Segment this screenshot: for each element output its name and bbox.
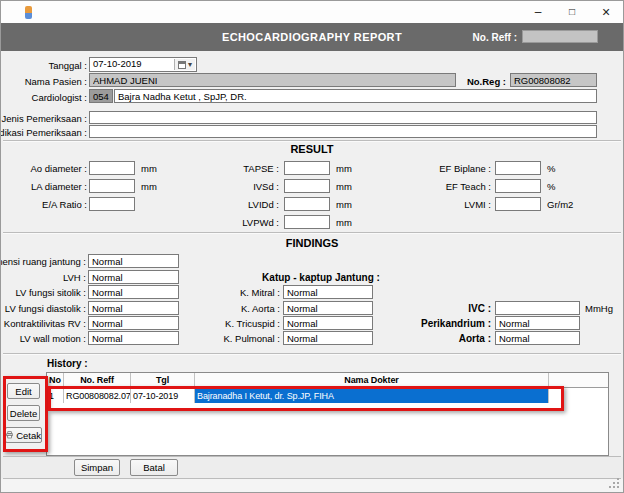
ef-biplane-unit: %: [547, 163, 555, 174]
k-aorta-label: K. Aorta :: [161, 303, 280, 314]
printer-icon: [6, 430, 13, 440]
no-reff-label: No. Reff :: [439, 32, 517, 43]
column-header-filler: [549, 373, 608, 387]
calendar-dropdown-button[interactable]: ▾: [174, 59, 195, 70]
cell-filler: [549, 388, 608, 403]
ivc-input[interactable]: [495, 301, 580, 315]
tanggal-value: 07-10-2019: [93, 58, 142, 69]
lvh-label: LVH :: [0, 272, 86, 283]
jenis-pemeriksaan-label: Jenis Pemeriksaan :: [0, 113, 87, 124]
indikasi-pemeriksaan-field[interactable]: [89, 125, 597, 138]
ivc-label: IVC :: [361, 303, 491, 314]
ea-ratio-input[interactable]: [89, 197, 135, 211]
ao-diameter-label: Ao diameter :: [0, 163, 87, 174]
k-tricuspid-input[interactable]: [283, 316, 373, 330]
ea-ratio-label: E/A Ratio :: [0, 199, 87, 210]
cell-no-reff[interactable]: RG00808082.0710...: [64, 388, 131, 403]
aorta-input[interactable]: [495, 331, 580, 345]
batal-button[interactable]: Batal: [130, 459, 178, 476]
cell-no[interactable]: 1: [47, 388, 64, 403]
cell-nama-dokter[interactable]: Bajranadha I Ketut, dr. Sp.JP, FIHA: [195, 388, 549, 403]
simpan-button[interactable]: Simpan: [74, 459, 120, 476]
tanggal-field[interactable]: 07-10-2019 ▾: [89, 57, 197, 72]
lvh-input[interactable]: [88, 270, 179, 284]
ivsd-unit: mm: [336, 181, 352, 192]
chevron-down-icon: ▾: [188, 60, 192, 69]
ef-teach-label: EF Teach :: [361, 181, 491, 192]
tapse-input[interactable]: [284, 161, 330, 175]
tanggal-label: Tanggal :: [0, 60, 87, 71]
nama-pasien-field: [89, 73, 456, 87]
app-window: – □ × ECHOCARDIOGRAPHY REPORT No. Reff :…: [0, 0, 624, 493]
k-pulmonal-input[interactable]: [283, 331, 373, 345]
jenis-pemeriksaan-field[interactable]: [89, 111, 597, 124]
lvidd-label: LVIDd :: [161, 199, 279, 210]
lv-fungsi-diastolik-label: LV fungsi diastolik :: [0, 303, 86, 314]
resize-grip[interactable]: [617, 486, 619, 488]
ao-diameter-unit: mm: [141, 163, 157, 174]
cetak-button[interactable]: Cetak: [5, 427, 42, 443]
aorta-label: Aorta :: [361, 333, 491, 344]
divider: [3, 353, 621, 354]
column-header-nama-dokter[interactable]: Nama Dokter: [195, 373, 549, 387]
cardiologist-name-field[interactable]: [114, 89, 597, 103]
column-header-no[interactable]: No: [47, 373, 64, 387]
cetak-button-label: Cetak: [16, 430, 41, 441]
katup-jantung-title: Katup - kaptup Jantung :: [231, 272, 411, 283]
cardiologist-code-field[interactable]: [89, 89, 113, 103]
history-table: No No. Reff Tgl Nama Dokter 1 RG00808082…: [46, 372, 609, 456]
calendar-icon: [178, 61, 186, 69]
column-header-tgl[interactable]: Tgl: [131, 373, 195, 387]
app-icon[interactable]: [25, 6, 32, 19]
lv-fungsi-sitolik-label: LV fungsi sitolik :: [0, 287, 86, 298]
table-header-row: No No. Reff Tgl Nama Dokter: [47, 373, 608, 388]
la-diameter-label: LA diameter :: [0, 181, 87, 192]
cell-tgl[interactable]: 07-10-2019: [131, 388, 195, 403]
statusbar: [1, 479, 623, 492]
lvmi-unit: Gr/m2: [547, 199, 573, 210]
ivsd-label: IVSd :: [161, 181, 279, 192]
la-diameter-unit: mm: [141, 181, 157, 192]
lvpwd-unit: mm: [336, 217, 352, 228]
result-section-title: RESULT: [1, 143, 623, 155]
findings-section-title: FINDINGS: [1, 237, 623, 249]
window-controls: – □ ×: [521, 1, 623, 23]
ef-teach-unit: %: [547, 181, 555, 192]
la-diameter-input[interactable]: [89, 179, 135, 193]
report-header: ECHOCARDIOGRAPHY REPORT No. Reff :: [1, 23, 623, 51]
k-mitral-label: K. Mitral :: [161, 287, 280, 298]
minimize-icon[interactable]: –: [521, 1, 555, 23]
ivsd-input[interactable]: [284, 179, 330, 193]
delete-button[interactable]: Delete: [7, 405, 40, 421]
dimensi-ruang-jantung-input[interactable]: [88, 254, 179, 268]
dimensi-ruang-jantung-label: Dimensi ruang jantung :: [0, 256, 86, 267]
close-icon[interactable]: ×: [589, 1, 623, 23]
no-reg-label: No.Reg :: [421, 76, 506, 87]
lvpwd-input[interactable]: [284, 215, 330, 229]
ef-biplane-label: EF Biplane :: [361, 163, 491, 174]
ef-teach-input[interactable]: [495, 179, 541, 193]
history-label: History :: [47, 358, 107, 369]
no-reff-field: [522, 30, 598, 43]
lvidd-input[interactable]: [284, 197, 330, 211]
cardiologist-label: Cardiologist :: [0, 92, 87, 103]
column-header-no-reff[interactable]: No. Reff: [64, 373, 131, 387]
perikandrium-input[interactable]: [495, 316, 580, 330]
table-row[interactable]: 1 RG00808082.0710... 07-10-2019 Bajranad…: [47, 388, 608, 403]
lvidd-unit: mm: [336, 199, 352, 210]
divider: [3, 232, 621, 233]
ivc-unit: MmHg: [585, 303, 613, 314]
k-tricuspid-label: K. Tricuspid :: [161, 318, 280, 329]
edit-button[interactable]: Edit: [7, 383, 40, 399]
k-aorta-input[interactable]: [283, 301, 373, 315]
tapse-unit: mm: [336, 163, 352, 174]
k-mitral-input[interactable]: [283, 285, 373, 299]
maximize-icon[interactable]: □: [555, 1, 589, 23]
ao-diameter-input[interactable]: [89, 161, 135, 175]
k-pulmonal-label: K. Pulmonal :: [161, 333, 280, 344]
perikandrium-label: Perikandrium :: [361, 318, 491, 329]
lvmi-input[interactable]: [495, 197, 541, 211]
ef-biplane-input[interactable]: [495, 161, 541, 175]
tapse-label: TAPSE :: [161, 163, 279, 174]
kontraktilivitas-rv-label: Kontraktilivitas RV :: [0, 318, 86, 329]
